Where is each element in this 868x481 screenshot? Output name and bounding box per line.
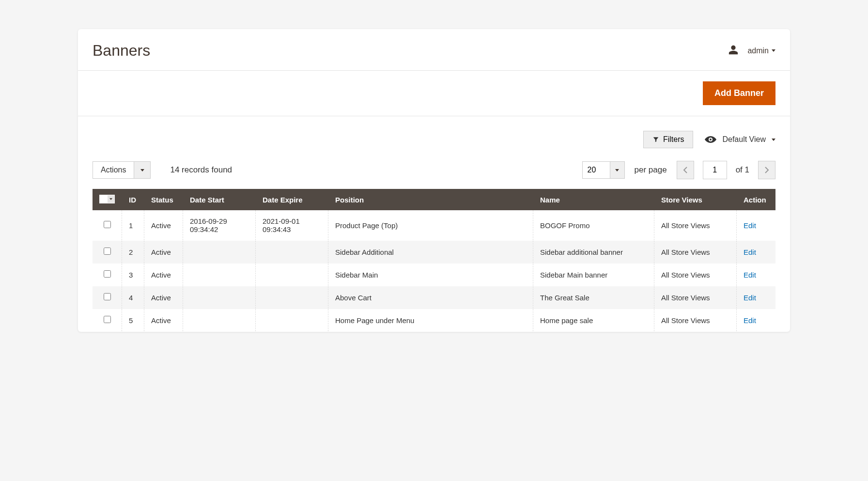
edit-link[interactable]: Edit — [744, 271, 756, 279]
table-row: 1 Active 2016-09-29 09:34:42 2021-09-01 … — [93, 210, 775, 241]
user-icon — [728, 45, 739, 57]
total-pages-label: of 1 — [736, 165, 749, 175]
page-size-input[interactable] — [583, 162, 610, 178]
cell-date-start — [183, 309, 256, 332]
cell-id: 1 — [122, 210, 144, 241]
cell-status: Active — [144, 309, 183, 332]
cell-date-expire — [256, 241, 328, 264]
col-header-date-expire[interactable]: Date Expire — [256, 189, 328, 210]
page-title: Banners — [93, 42, 150, 60]
current-page-input[interactable] — [703, 161, 727, 179]
table-row: 5 Active Home Page under Menu Home page … — [93, 309, 775, 332]
cell-position: Product Page (Top) — [328, 210, 533, 241]
controls-row: Filters Default View — [78, 116, 790, 156]
chevron-down-icon — [772, 49, 775, 52]
cell-date-start — [183, 241, 256, 264]
cell-name: BOGOF Promo — [533, 210, 654, 241]
cell-date-expire: 2021-09-01 09:34:43 — [256, 210, 328, 241]
table-row: 3 Active Sidebar Main Sidebar Main banne… — [93, 264, 775, 286]
col-header-name[interactable]: Name — [533, 189, 654, 210]
next-page-button[interactable] — [758, 161, 775, 179]
chevron-down-icon — [610, 162, 624, 178]
row-checkbox[interactable] — [104, 316, 111, 323]
edit-link[interactable]: Edit — [744, 316, 756, 325]
row-checkbox[interactable] — [104, 248, 111, 255]
page-header: Banners admin — [78, 29, 790, 70]
cell-date-expire — [256, 309, 328, 332]
cell-status: Active — [144, 241, 183, 264]
edit-link[interactable]: Edit — [744, 294, 756, 302]
cell-date-expire — [256, 264, 328, 286]
grid-controls-left: Actions 14 records found — [93, 161, 232, 179]
user-area: admin — [728, 45, 775, 57]
chevron-right-icon — [764, 167, 769, 173]
row-checkbox[interactable] — [104, 293, 111, 300]
cell-position: Sidebar Main — [328, 264, 533, 286]
col-header-action: Action — [737, 189, 775, 210]
view-dropdown[interactable]: Default View — [705, 134, 775, 145]
filters-label: Filters — [663, 135, 684, 144]
add-banner-button[interactable]: Add Banner — [703, 81, 775, 105]
per-page-label: per page — [635, 165, 667, 175]
toolbar: Add Banner — [78, 70, 790, 116]
actions-dropdown[interactable]: Actions — [93, 161, 151, 179]
col-header-id[interactable]: ID — [122, 189, 144, 210]
col-header-store-views[interactable]: Store Views — [654, 189, 737, 210]
cell-store-views: All Store Views — [654, 241, 737, 264]
table-row: 2 Active Sidebar Additional Sidebar addi… — [93, 241, 775, 264]
row-checkbox[interactable] — [104, 221, 111, 228]
cell-position: Home Page under Menu — [328, 309, 533, 332]
cell-id: 2 — [122, 241, 144, 264]
filters-button[interactable]: Filters — [643, 131, 694, 148]
user-dropdown[interactable]: admin — [747, 47, 775, 55]
chevron-down-icon — [134, 162, 150, 178]
cell-name: Sidebar additional banner — [533, 241, 654, 264]
cell-date-expire — [256, 286, 328, 309]
cell-id: 5 — [122, 309, 144, 332]
edit-link[interactable]: Edit — [744, 248, 756, 256]
cell-name: Sidebar Main banner — [533, 264, 654, 286]
eye-icon — [705, 134, 716, 145]
grid-controls-right: per page of 1 — [582, 161, 775, 179]
page-size-select[interactable] — [582, 161, 625, 179]
chevron-left-icon — [683, 167, 688, 173]
col-header-status[interactable]: Status — [144, 189, 183, 210]
col-header-select — [93, 189, 122, 210]
cell-store-views: All Store Views — [654, 264, 737, 286]
cell-status: Active — [144, 210, 183, 241]
select-all-checkbox[interactable] — [99, 195, 115, 203]
view-label: Default View — [722, 135, 766, 144]
cell-store-views: All Store Views — [654, 210, 737, 241]
cell-date-start — [183, 286, 256, 309]
cell-name: The Great Sale — [533, 286, 654, 309]
table-row: 4 Active Above Cart The Great Sale All S… — [93, 286, 775, 309]
chevron-down-icon — [772, 139, 775, 141]
cell-status: Active — [144, 286, 183, 309]
cell-position: Sidebar Additional — [328, 241, 533, 264]
records-found: 14 records found — [170, 165, 232, 175]
cell-store-views: All Store Views — [654, 309, 737, 332]
cell-id: 3 — [122, 264, 144, 286]
edit-link[interactable]: Edit — [744, 221, 756, 230]
banners-table: ID Status Date Start Date Expire Positio… — [93, 189, 775, 332]
cell-id: 4 — [122, 286, 144, 309]
grid-controls: Actions 14 records found per page of 1 — [78, 156, 790, 189]
pager: of 1 — [677, 161, 775, 179]
cell-date-start — [183, 264, 256, 286]
username: admin — [747, 47, 769, 55]
actions-label: Actions — [93, 162, 134, 178]
cell-position: Above Cart — [328, 286, 533, 309]
cell-date-start: 2016-09-29 09:34:42 — [183, 210, 256, 241]
prev-page-button[interactable] — [677, 161, 694, 179]
cell-name: Home page sale — [533, 309, 654, 332]
cell-status: Active — [144, 264, 183, 286]
cell-store-views: All Store Views — [654, 286, 737, 309]
col-header-position[interactable]: Position — [328, 189, 533, 210]
admin-panel: Banners admin Add Banner Filters Default… — [78, 29, 790, 332]
col-header-date-start[interactable]: Date Start — [183, 189, 256, 210]
row-checkbox[interactable] — [104, 270, 111, 278]
filter-icon — [652, 136, 659, 143]
